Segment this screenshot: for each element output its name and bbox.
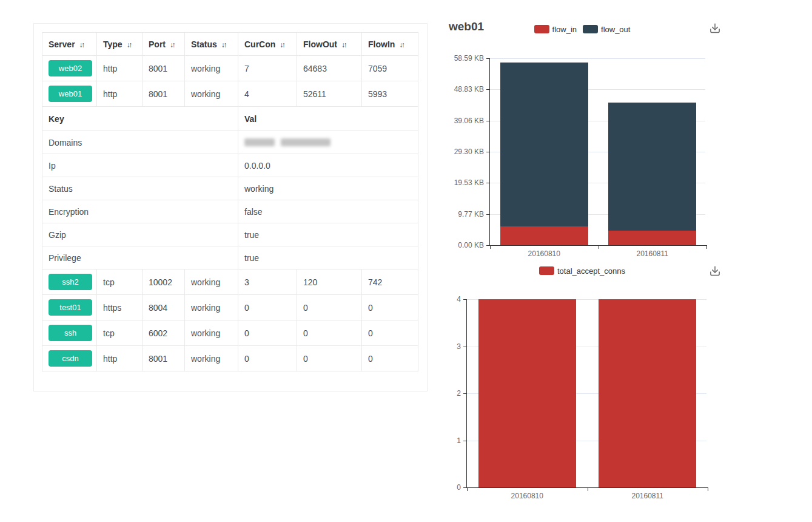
column-header-port[interactable]: Port↓↑ bbox=[143, 33, 185, 56]
x-axis-tick bbox=[708, 487, 708, 491]
cell-curcon: 0 bbox=[238, 346, 297, 371]
cell-status: working bbox=[185, 346, 238, 371]
flow-bar-chart-plot: 58.59 KB48.83 KB39.06 KB29.30 KB19.53 KB… bbox=[490, 58, 706, 245]
table-header-row: Server↓↑ Type↓↑ Port↓↑ Status↓↑ CurCon↓↑… bbox=[42, 33, 418, 56]
cell-port: 6002 bbox=[143, 320, 185, 346]
table-row: ssh2 tcp 10002 working 3 120 742 bbox=[42, 269, 418, 295]
cell-port: 8001 bbox=[143, 56, 185, 81]
sort-icon[interactable]: ↓↑ bbox=[170, 41, 174, 49]
legend-label: total_accept_conns bbox=[557, 266, 625, 276]
cell-status: working bbox=[185, 81, 238, 107]
cell-curcon: 3 bbox=[238, 269, 297, 295]
cell-type: https bbox=[97, 295, 143, 320]
column-header-server[interactable]: Server↓↑ bbox=[42, 33, 97, 56]
bar-segment-total_accept_conns-20160811 bbox=[599, 299, 696, 487]
dashboard: Server↓↑ Type↓↑ Port↓↑ Status↓↑ CurCon↓↑… bbox=[0, 0, 812, 522]
x-axis-label: 20160811 bbox=[637, 249, 669, 258]
column-header-type[interactable]: Type↓↑ bbox=[97, 33, 143, 56]
cell-status: working bbox=[185, 56, 238, 81]
server-badge-csdn[interactable]: csdn bbox=[49, 350, 92, 367]
download-icon[interactable] bbox=[708, 265, 722, 278]
sort-icon[interactable]: ↓↑ bbox=[127, 41, 131, 49]
column-header-flowin[interactable]: FlowIn↓↑ bbox=[362, 33, 418, 56]
kv-header-row: Key Val bbox=[42, 107, 418, 131]
kv-val-header: Val bbox=[238, 107, 418, 131]
y-axis-label: 2 bbox=[457, 389, 461, 398]
sort-icon[interactable]: ↓↑ bbox=[399, 41, 403, 49]
sort-icon[interactable]: ↓↑ bbox=[341, 41, 346, 49]
x-axis-label: 20160810 bbox=[528, 249, 560, 258]
kv-key: Status bbox=[42, 177, 238, 200]
cell-flowin: 0 bbox=[362, 295, 418, 320]
server-badge-web01[interactable]: web01 bbox=[49, 86, 92, 102]
y-axis-label: 19.53 KB bbox=[454, 178, 484, 187]
legend-item-total-accept-conns[interactable]: total_accept_conns bbox=[539, 266, 625, 276]
bar-segment-flow_in-20160810 bbox=[500, 226, 588, 245]
x-axis-tick bbox=[490, 245, 491, 249]
column-label: Server bbox=[49, 39, 75, 49]
server-badge-ssh[interactable]: ssh bbox=[49, 325, 92, 341]
download-icon-glyph bbox=[708, 22, 722, 35]
kv-row: Encryption false bbox=[42, 200, 418, 223]
legend-swatch-total-accept-conns bbox=[539, 266, 554, 275]
sort-icon[interactable]: ↓↑ bbox=[221, 41, 226, 49]
cell-flowout: 0 bbox=[297, 346, 362, 371]
cell-status: working bbox=[185, 295, 238, 320]
y-axis-line bbox=[466, 299, 467, 487]
cell-flowout: 64683 bbox=[297, 56, 362, 81]
x-axis-tick bbox=[706, 245, 707, 249]
x-axis-label: 20160811 bbox=[632, 492, 664, 500]
cell-flowout: 52611 bbox=[297, 81, 362, 107]
kv-key: Encryption bbox=[42, 200, 238, 223]
bar-segment-flow_out-20160810 bbox=[500, 63, 588, 226]
cell-status: working bbox=[185, 320, 238, 346]
redacted-blob bbox=[244, 138, 275, 146]
kv-key: Ip bbox=[42, 154, 238, 177]
table-row: csdn http 8001 working 0 0 0 bbox=[42, 346, 418, 371]
kv-row: Status working bbox=[42, 177, 418, 200]
legend-item-flow-out[interactable]: flow_out bbox=[583, 25, 630, 34]
y-axis-label: 4 bbox=[457, 295, 461, 303]
kv-val: true bbox=[238, 246, 418, 269]
cell-port: 8001 bbox=[143, 81, 185, 107]
cell-status: working bbox=[185, 269, 238, 295]
sort-icon[interactable]: ↓↑ bbox=[280, 41, 284, 49]
cell-type: http bbox=[97, 81, 143, 107]
server-badge-test01[interactable]: test01 bbox=[49, 299, 92, 316]
x-axis-tick bbox=[467, 487, 468, 491]
table-row: web02 http 8001 working 7 64683 7059 bbox=[42, 56, 418, 81]
cell-flowout: 120 bbox=[297, 269, 362, 295]
column-header-status[interactable]: Status↓↑ bbox=[185, 33, 238, 56]
y-axis-line bbox=[489, 58, 490, 245]
cell-type: tcp bbox=[97, 320, 143, 346]
y-axis-label: 9.77 KB bbox=[458, 210, 484, 219]
table-row: ssh tcp 6002 working 0 0 0 bbox=[42, 320, 418, 346]
cell-flowout: 0 bbox=[297, 295, 362, 320]
cell-type: http bbox=[97, 56, 143, 81]
kv-row: Domains bbox=[42, 131, 418, 154]
server-badge-web02[interactable]: web02 bbox=[49, 60, 92, 76]
domains-value-redacted bbox=[238, 131, 418, 154]
column-header-flowout[interactable]: FlowOut↓↑ bbox=[297, 33, 362, 56]
y-axis-label: 0.00 KB bbox=[458, 241, 484, 249]
server-badge-ssh2[interactable]: ssh2 bbox=[49, 274, 92, 290]
column-header-curcon[interactable]: CurCon↓↑ bbox=[238, 33, 297, 56]
gridline bbox=[490, 58, 705, 59]
download-icon[interactable] bbox=[708, 22, 722, 35]
x-axis-label: 20160810 bbox=[511, 492, 543, 500]
table-row: web01 http 8001 working 4 52611 5993 bbox=[42, 81, 418, 107]
cell-port: 10002 bbox=[143, 269, 185, 295]
sort-icon[interactable]: ↓↑ bbox=[79, 41, 84, 49]
bar-segment-total_accept_conns-20160810 bbox=[478, 299, 576, 487]
y-axis-label: 29.30 KB bbox=[454, 147, 484, 156]
kv-row: Privilege true bbox=[42, 246, 418, 269]
y-axis-label: 39.06 KB bbox=[454, 117, 484, 125]
cell-type: tcp bbox=[97, 269, 143, 295]
cell-curcon: 4 bbox=[238, 81, 297, 107]
table-row: test01 https 8004 working 0 0 0 bbox=[42, 295, 418, 320]
cell-curcon: 7 bbox=[238, 56, 297, 81]
download-icon-glyph bbox=[708, 265, 722, 278]
chart1-legend: flow_in flow_out bbox=[443, 24, 722, 34]
legend-item-flow-in[interactable]: flow_in bbox=[534, 25, 577, 34]
column-label: FlowIn bbox=[368, 39, 395, 49]
